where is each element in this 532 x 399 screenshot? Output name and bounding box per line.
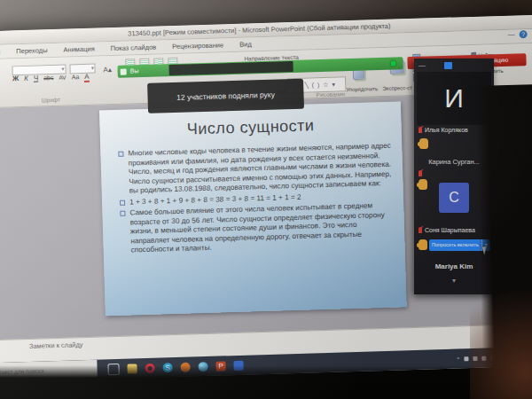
recording-dot-icon: [390, 61, 395, 66]
gallery-view-icon[interactable]: [444, 62, 452, 69]
onedrive-icon[interactable]: [464, 356, 468, 361]
participant-row[interactable]: Соня Шарыпаева: [419, 227, 475, 233]
ask-to-unmute-button[interactable]: Попросить включить: [429, 239, 481, 251]
help-icon[interactable]: ?: [520, 30, 528, 38]
raised-hand-icon: [419, 138, 428, 149]
quick-styles-button[interactable]: Экспресс-ст: [382, 85, 412, 91]
sharing-text: Вы: [130, 67, 139, 74]
drawing-group-label: Рисование: [316, 90, 345, 98]
raised-hand-icon: [419, 239, 427, 250]
participant-name: Соня Шарыпаева: [425, 227, 475, 233]
raised-hand-icon: [419, 179, 427, 190]
grow-font-button[interactable]: А▴: [103, 66, 112, 74]
participant-name: Илья Корляков: [425, 127, 468, 133]
bullet-item: Многие числовые коды человека в течение …: [118, 142, 392, 197]
raised-hands-toast[interactable]: 12 участников подняли руку: [147, 79, 304, 113]
bullet-item: Самое большое влияние от этого числа чел…: [120, 201, 394, 256]
tab-review[interactable]: Рецензирование: [164, 38, 231, 53]
font-color-button[interactable]: А: [84, 73, 90, 82]
notes-placeholder: Заметки к слайду: [29, 340, 83, 350]
slide-title: Число сущности: [99, 113, 401, 141]
change-case-button[interactable]: Аа: [72, 74, 80, 80]
avatar-initial: С: [449, 190, 459, 206]
muted-mic-icon: [419, 127, 422, 133]
strikethrough-button[interactable]: abc: [43, 74, 53, 81]
slide-canvas[interactable]: Число сущности Многие числовые коды чело…: [99, 101, 407, 316]
slide-body: Многие числовые коды человека в течение …: [118, 142, 394, 256]
laptop-base: [0, 365, 532, 399]
bullet-icon: [120, 200, 125, 205]
tab-animation[interactable]: Анимация: [55, 42, 103, 57]
underline-button[interactable]: Ч: [34, 74, 39, 82]
participant-initial: И: [444, 83, 464, 113]
tab-slideshow[interactable]: Показ слайдов: [102, 40, 164, 55]
minimize-icon[interactable]: —: [508, 31, 515, 39]
panel-minimize-icon[interactable]: —: [419, 61, 426, 70]
muted-mic-icon: [419, 170, 422, 176]
participant-avatar[interactable]: С: [439, 183, 469, 213]
panel-window-controls: —: [419, 61, 466, 70]
desk-surface: [470, 266, 532, 399]
camera-icon: [121, 68, 127, 74]
bullet-icon: [118, 152, 123, 157]
tab-view[interactable]: Вид: [231, 37, 260, 51]
font-group-label: Шрифт: [41, 97, 60, 104]
hidden-icons-chevron[interactable]: ^: [457, 356, 459, 362]
tab-transitions[interactable]: Переходы: [8, 43, 56, 59]
bullet-icon: [120, 211, 125, 216]
speaker-view-icon[interactable]: [431, 62, 439, 69]
blurred-meeting-info: [168, 61, 293, 75]
muted-mic-icon: [419, 227, 422, 233]
char-spacing-button[interactable]: AV: [59, 74, 66, 81]
font-style-buttons: Ж К Ч abc AV Аа А: [12, 73, 90, 85]
grid-view-icon[interactable]: [458, 62, 466, 69]
bold-button[interactable]: Ж: [12, 74, 19, 82]
participant-row[interactable]: Илья Корляков: [419, 127, 468, 133]
arrange-button[interactable]: Упорядочить: [346, 86, 378, 92]
tab-design-partial[interactable]: йн: [0, 44, 9, 59]
italic-button[interactable]: К: [24, 74, 28, 82]
